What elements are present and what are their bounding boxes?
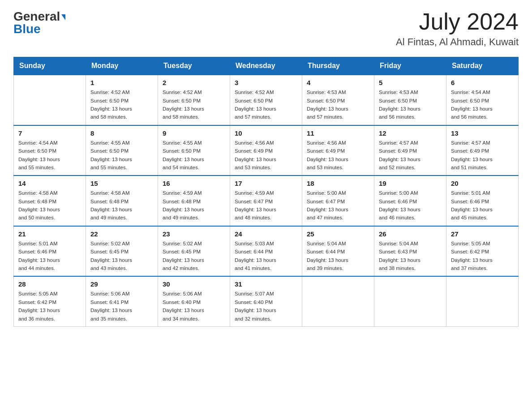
calendar-week-row: 1Sunrise: 4:52 AMSunset: 6:50 PMDaylight… <box>14 75 519 125</box>
calendar-week-row: 28Sunrise: 5:05 AMSunset: 6:42 PMDayligh… <box>14 276 519 326</box>
day-info: Sunrise: 4:53 AMSunset: 6:50 PMDaylight:… <box>307 88 369 121</box>
page-header: General Blue July 2024 Al Fintas, Al Ahm… <box>13 9 519 48</box>
day-info: Sunrise: 4:58 AMSunset: 6:48 PMDaylight:… <box>90 189 153 222</box>
calendar-week-row: 7Sunrise: 4:54 AMSunset: 6:50 PMDaylight… <box>14 125 519 176</box>
day-number: 18 <box>307 180 369 187</box>
day-info: Sunrise: 4:54 AMSunset: 6:50 PMDaylight:… <box>451 88 514 121</box>
day-info: Sunrise: 5:07 AMSunset: 6:40 PMDaylight:… <box>235 290 297 323</box>
day-number: 20 <box>451 180 514 187</box>
calendar-cell: 1Sunrise: 4:52 AMSunset: 6:50 PMDaylight… <box>86 75 158 125</box>
calendar-cell: 20Sunrise: 5:01 AMSunset: 6:46 PMDayligh… <box>446 176 519 226</box>
calendar-day-header-thursday: Thursday <box>302 57 374 75</box>
day-number: 25 <box>307 230 369 238</box>
day-info: Sunrise: 4:59 AMSunset: 6:47 PMDaylight:… <box>235 189 297 222</box>
day-info: Sunrise: 5:06 AMSunset: 6:41 PMDaylight:… <box>90 290 153 323</box>
day-info: Sunrise: 4:55 AMSunset: 6:50 PMDaylight:… <box>90 139 153 172</box>
calendar-cell: 9Sunrise: 4:55 AMSunset: 6:50 PMDaylight… <box>158 125 230 176</box>
day-info: Sunrise: 5:01 AMSunset: 6:46 PMDaylight:… <box>18 240 81 273</box>
calendar-cell: 29Sunrise: 5:06 AMSunset: 6:41 PMDayligh… <box>86 276 158 326</box>
day-number: 6 <box>451 79 514 86</box>
calendar-cell: 21Sunrise: 5:01 AMSunset: 6:46 PMDayligh… <box>14 226 86 277</box>
day-info: Sunrise: 5:00 AMSunset: 6:47 PMDaylight:… <box>307 189 369 222</box>
calendar-cell: 7Sunrise: 4:54 AMSunset: 6:50 PMDaylight… <box>14 125 86 176</box>
calendar-day-header-saturday: Saturday <box>446 57 519 75</box>
day-number: 14 <box>18 180 81 187</box>
calendar-cell: 26Sunrise: 5:04 AMSunset: 6:43 PMDayligh… <box>374 226 446 277</box>
day-info: Sunrise: 4:52 AMSunset: 6:50 PMDaylight:… <box>90 88 153 121</box>
day-number: 13 <box>451 129 514 137</box>
day-info: Sunrise: 4:56 AMSunset: 6:49 PMDaylight:… <box>235 139 297 172</box>
day-number: 22 <box>90 230 153 238</box>
day-info: Sunrise: 4:54 AMSunset: 6:50 PMDaylight:… <box>18 139 81 172</box>
calendar-cell: 13Sunrise: 4:57 AMSunset: 6:49 PMDayligh… <box>446 125 519 176</box>
calendar-day-header-wednesday: Wednesday <box>230 57 302 75</box>
day-number: 16 <box>163 180 225 187</box>
day-info: Sunrise: 5:01 AMSunset: 6:46 PMDaylight:… <box>451 189 514 222</box>
calendar-cell: 15Sunrise: 4:58 AMSunset: 6:48 PMDayligh… <box>86 176 158 226</box>
day-number: 29 <box>90 280 153 288</box>
calendar-cell: 19Sunrise: 5:00 AMSunset: 6:46 PMDayligh… <box>374 176 446 226</box>
day-info: Sunrise: 4:55 AMSunset: 6:50 PMDaylight:… <box>163 139 225 172</box>
calendar-cell: 27Sunrise: 5:05 AMSunset: 6:42 PMDayligh… <box>446 226 519 277</box>
location-title: Al Fintas, Al Ahmadi, Kuwait <box>396 36 519 48</box>
calendar-cell: 31Sunrise: 5:07 AMSunset: 6:40 PMDayligh… <box>230 276 302 326</box>
day-number: 24 <box>235 230 297 238</box>
calendar-cell: 6Sunrise: 4:54 AMSunset: 6:50 PMDaylight… <box>446 75 519 125</box>
day-number: 23 <box>163 230 225 238</box>
day-info: Sunrise: 4:52 AMSunset: 6:50 PMDaylight:… <box>235 88 297 121</box>
calendar-cell: 11Sunrise: 4:56 AMSunset: 6:49 PMDayligh… <box>302 125 374 176</box>
day-info: Sunrise: 4:53 AMSunset: 6:50 PMDaylight:… <box>379 88 442 121</box>
calendar-cell: 8Sunrise: 4:55 AMSunset: 6:50 PMDaylight… <box>86 125 158 176</box>
day-number: 5 <box>379 79 442 86</box>
day-info: Sunrise: 5:05 AMSunset: 6:42 PMDaylight:… <box>18 290 81 323</box>
day-info: Sunrise: 5:02 AMSunset: 6:45 PMDaylight:… <box>163 240 225 273</box>
calendar-day-header-tuesday: Tuesday <box>158 57 230 75</box>
logo: General Blue <box>13 9 65 36</box>
calendar-cell: 12Sunrise: 4:57 AMSunset: 6:49 PMDayligh… <box>374 125 446 176</box>
day-number: 27 <box>451 230 514 238</box>
calendar-cell: 5Sunrise: 4:53 AMSunset: 6:50 PMDaylight… <box>374 75 446 125</box>
day-number: 17 <box>235 180 297 187</box>
logo-blue: Blue <box>13 22 41 36</box>
day-info: Sunrise: 5:04 AMSunset: 6:43 PMDaylight:… <box>379 240 442 273</box>
calendar-table: SundayMondayTuesdayWednesdayThursdayFrid… <box>13 57 519 327</box>
calendar-day-header-friday: Friday <box>374 57 446 75</box>
calendar-cell: 28Sunrise: 5:05 AMSunset: 6:42 PMDayligh… <box>14 276 86 326</box>
calendar-week-row: 14Sunrise: 4:58 AMSunset: 6:48 PMDayligh… <box>14 176 519 226</box>
day-info: Sunrise: 4:56 AMSunset: 6:49 PMDaylight:… <box>307 139 369 172</box>
day-info: Sunrise: 4:59 AMSunset: 6:48 PMDaylight:… <box>163 189 225 222</box>
day-number: 12 <box>379 129 442 137</box>
day-number: 19 <box>379 180 442 187</box>
day-number: 21 <box>18 230 81 238</box>
day-info: Sunrise: 5:00 AMSunset: 6:46 PMDaylight:… <box>379 189 442 222</box>
day-number: 31 <box>235 280 297 288</box>
calendar-cell: 3Sunrise: 4:52 AMSunset: 6:50 PMDaylight… <box>230 75 302 125</box>
day-number: 30 <box>163 280 225 288</box>
calendar-cell: 23Sunrise: 5:02 AMSunset: 6:45 PMDayligh… <box>158 226 230 277</box>
day-number: 2 <box>163 79 225 86</box>
day-number: 15 <box>90 180 153 187</box>
calendar-cell: 14Sunrise: 4:58 AMSunset: 6:48 PMDayligh… <box>14 176 86 226</box>
calendar-cell: 4Sunrise: 4:53 AMSunset: 6:50 PMDaylight… <box>302 75 374 125</box>
day-number: 8 <box>90 129 153 137</box>
calendar-cell: 25Sunrise: 5:04 AMSunset: 6:44 PMDayligh… <box>302 226 374 277</box>
logo-text-block: General Blue <box>13 9 65 36</box>
day-info: Sunrise: 4:58 AMSunset: 6:48 PMDaylight:… <box>18 189 81 222</box>
calendar-cell <box>14 75 86 125</box>
calendar-cell: 30Sunrise: 5:06 AMSunset: 6:40 PMDayligh… <box>158 276 230 326</box>
calendar-cell: 22Sunrise: 5:02 AMSunset: 6:45 PMDayligh… <box>86 226 158 277</box>
calendar-cell: 16Sunrise: 4:59 AMSunset: 6:48 PMDayligh… <box>158 176 230 226</box>
day-number: 3 <box>235 79 297 86</box>
calendar-cell <box>302 276 374 326</box>
day-number: 28 <box>18 280 81 288</box>
day-number: 11 <box>307 129 369 137</box>
day-number: 10 <box>235 129 297 137</box>
day-info: Sunrise: 4:57 AMSunset: 6:49 PMDaylight:… <box>451 139 514 172</box>
day-info: Sunrise: 5:04 AMSunset: 6:44 PMDaylight:… <box>307 240 369 273</box>
calendar-day-header-monday: Monday <box>86 57 158 75</box>
calendar-cell: 10Sunrise: 4:56 AMSunset: 6:49 PMDayligh… <box>230 125 302 176</box>
day-info: Sunrise: 4:52 AMSunset: 6:50 PMDaylight:… <box>163 88 225 121</box>
calendar-cell: 17Sunrise: 4:59 AMSunset: 6:47 PMDayligh… <box>230 176 302 226</box>
day-info: Sunrise: 5:05 AMSunset: 6:42 PMDaylight:… <box>451 240 514 273</box>
day-number: 9 <box>163 129 225 137</box>
